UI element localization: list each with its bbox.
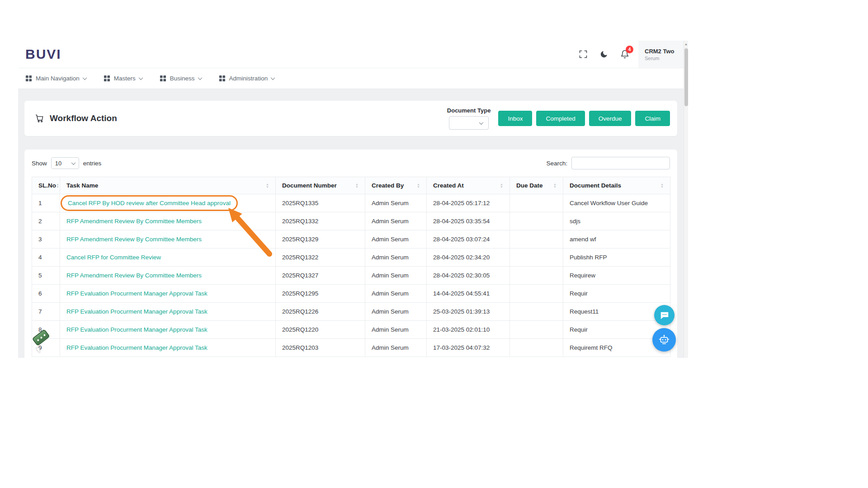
nav-item-business[interactable]: Business [160,75,202,82]
chevron-down-icon [198,75,202,80]
column-header-created-at[interactable]: Created At▲▼ [427,177,510,194]
document-details-cell: Requir [563,285,670,303]
created-at-cell: 17-03-2025 04:07:32 [427,339,510,357]
task-name-cell: RFP Evaluation Procurment Manager Approv… [60,285,276,303]
nav-item-main-navigation[interactable]: Main Navigation [25,75,86,82]
table-row: 3RFP Amendment Review By Committee Membe… [32,230,670,249]
workflow-tasks-table: SL.No▲▼Task Name▲▼Document Number▲▼Creat… [32,177,670,357]
table-row: 1Cancel RFP By HOD review after Committe… [32,194,670,212]
nav-item-masters[interactable]: Masters [104,75,142,82]
column-header-due-date[interactable]: Due Date▲▼ [510,177,563,194]
document-number-cell: 2025RQ1220 [276,321,365,339]
entries-label: entries [83,160,102,167]
chevron-down-icon [138,75,143,80]
due-date-cell [510,285,563,303]
workflow-action-toolbar: Workflow Action Document Type Inbox Comp… [24,101,677,136]
nav-item-label: Masters [114,75,136,82]
chevron-down-icon [71,160,75,165]
notifications-bell-icon[interactable]: 4 [620,50,629,59]
column-header-created-by[interactable]: Created By▲▼ [365,177,427,194]
overdue-button[interactable]: Overdue [589,111,632,126]
entries-per-page-select[interactable]: 10 [51,157,79,169]
chatbot-fab-button[interactable] [652,328,676,352]
task-name-link[interactable]: RFP Evaluation Procurment Manager Approv… [66,326,208,333]
user-menu[interactable]: CRM2 Two Serum [638,41,684,68]
grid-icon [25,75,32,82]
document-number-cell: 2025RQ1295 [276,285,365,303]
chat-bubble-icon [660,310,670,320]
task-name-cell: RFP Evaluation Procurment Manager Approv… [60,339,276,357]
column-header-document-details[interactable]: Document Details▲▼ [563,177,670,194]
search-input[interactable] [571,157,670,169]
task-name-cell: Cancel RFP By HOD review after Committee… [60,194,276,212]
column-header-label: SL.No [38,182,56,189]
due-date-cell [510,212,563,230]
column-header-sl-no[interactable]: SL.No▲▼ [32,177,60,194]
due-date-cell [510,230,563,249]
inbox-button[interactable]: Inbox [498,111,532,126]
created-at-cell: 28-04-2025 05:17:12 [427,194,510,212]
column-header-label: Document Number [282,182,337,189]
sl-no-cell: 6 [32,285,60,303]
task-name-link[interactable]: RFP Evaluation Procurment Manager Approv… [66,308,208,315]
column-header-label: Document Details [570,182,621,189]
scrollbar-up-arrow[interactable]: ▲ [684,41,688,47]
created-at-cell: 28-04-2025 03:35:54 [427,212,510,230]
document-type-select[interactable] [449,116,489,130]
vertical-scrollbar[interactable]: ▲ [684,41,688,358]
task-name-link[interactable]: RFP Evaluation Procurment Manager Approv… [66,344,208,351]
document-number-cell: 2025RQ1203 [276,339,365,357]
sort-icon: ▲▼ [660,183,664,188]
task-name-cell: RFP Amendment Review By Committee Member… [60,267,276,285]
sl-no-cell: 5 [32,267,60,285]
table-row: 8RFP Evaluation Procurment Manager Appro… [32,321,670,339]
column-header-document-number[interactable]: Document Number▲▼ [276,177,365,194]
nav-item-administration[interactable]: Administration [219,75,275,82]
sl-no-cell: 4 [32,249,60,267]
sort-icon: ▲▼ [355,183,359,188]
brand-logo[interactable]: BUVI [25,47,61,62]
task-name-link[interactable]: RFP Amendment Review By Committee Member… [66,236,202,243]
task-name-cell: RFP Evaluation Procurment Manager Approv… [60,321,276,339]
created-by-cell: Admin Serum [365,194,427,212]
nav-item-label: Administration [229,75,268,82]
task-name-link[interactable]: RFP Amendment Review By Committee Member… [66,272,202,279]
table-row: 9RFP Evaluation Procurment Manager Appro… [32,339,670,357]
due-date-cell [510,339,563,357]
sort-icon: ▲▼ [417,183,420,188]
completed-button[interactable]: Completed [536,111,585,126]
user-name: CRM2 Two [645,48,684,55]
document-details-cell: Requirew [563,267,670,285]
created-by-cell: Admin Serum [365,212,427,230]
due-date-cell [510,194,563,212]
column-header-label: Due Date [516,182,543,189]
chevron-down-icon [479,120,484,125]
dark-mode-moon-icon[interactable] [599,50,609,59]
notification-badge: 4 [626,46,633,53]
document-number-cell: 2025RQ1327 [276,267,365,285]
sort-icon: ▲▼ [266,183,269,188]
scrollbar-thumb[interactable] [684,48,688,106]
fullscreen-icon[interactable] [579,50,588,59]
task-name-link[interactable]: Cancel RFP By HOD review after Committee… [68,200,231,206]
task-name-link[interactable]: RFP Evaluation Procurment Manager Approv… [66,290,208,297]
claim-button[interactable]: Claim [635,111,670,126]
document-details-cell: sdjs [563,212,670,230]
grid-icon [104,75,110,82]
created-by-cell: Admin Serum [365,249,427,267]
task-name-link[interactable]: RFP Amendment Review By Committee Member… [66,218,202,225]
nav-item-label: Main Navigation [36,75,80,82]
created-by-cell: Admin Serum [365,230,427,249]
table-row: 4Cancel RFP for Committee Review2025RQ13… [32,249,670,267]
document-type-label: Document Type [447,107,491,114]
task-name-link[interactable]: Cancel RFP for Committee Review [66,254,161,261]
task-name-cell: RFP Amendment Review By Committee Member… [60,212,276,230]
document-number-cell: 2025RQ1226 [276,303,365,321]
nav-item-label: Business [170,75,195,82]
sort-icon: ▲▼ [56,183,59,188]
page-title: Workflow Action [50,113,117,123]
due-date-cell [510,321,563,339]
column-header-task-name[interactable]: Task Name▲▼ [60,177,276,194]
chat-fab-button[interactable] [654,305,675,325]
annotation-highlight-box: Cancel RFP By HOD review after Committee… [61,195,238,211]
